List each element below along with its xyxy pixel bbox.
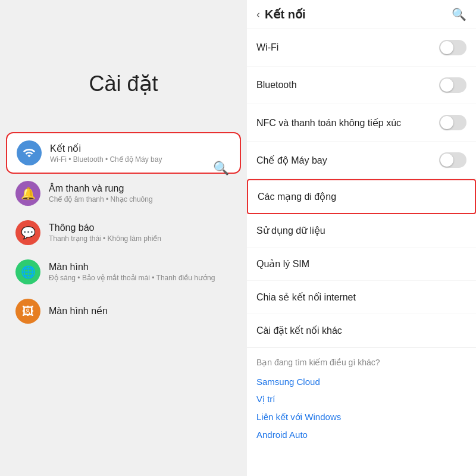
settings-item-ket-noi[interactable]: Kết nối Wi-Fi • Bluetooth • Chế độ Máy b…: [6, 132, 241, 174]
may-bay-label: Chế độ Máy bay: [256, 155, 327, 166]
wifi-toggle[interactable]: [439, 40, 466, 55]
settings-item-thong-bao[interactable]: 💬 Thông báo Thanh trạng thái • Không làm…: [6, 213, 241, 252]
man-hinh-subtitle: Độ sáng • Bảo vệ mắt thoải mái • Thanh đ…: [49, 274, 215, 282]
man-hinh-text: Màn hình Độ sáng • Bảo vệ mắt thoải mái …: [49, 262, 215, 282]
menu-item-mang-di-dong[interactable]: Các mạng di động: [247, 179, 476, 214]
man-hinh-nen-text: Màn hình nền: [49, 305, 108, 318]
suggestion-samsung-cloud[interactable]: Samsung Cloud: [256, 373, 466, 390]
man-hinh-title: Màn hình: [49, 262, 215, 273]
mang-di-dong-label: Các mạng di động: [258, 191, 336, 202]
header-left: ‹ Kết nối: [256, 7, 305, 21]
thong-bao-subtitle: Thanh trạng thái • Không làm phiền: [49, 234, 161, 243]
search-icon-left[interactable]: 🔍: [213, 161, 229, 176]
suggestion-lien-ket-windows[interactable]: Liên kết với Windows: [256, 408, 466, 426]
am-thanh-title: Âm thanh và rung: [49, 183, 153, 194]
may-bay-toggle[interactable]: [439, 152, 466, 168]
settings-item-man-hinh[interactable]: 🌐 Màn hình Độ sáng • Bảo vệ mắt thoải má…: [6, 252, 241, 292]
settings-item-man-hinh-nen[interactable]: 🖼 Màn hình nền: [6, 292, 241, 331]
menu-item-cai-dat-ket-noi[interactable]: Cài đặt kết nối khác: [247, 314, 476, 347]
thong-bao-title: Thông báo: [49, 223, 161, 233]
settings-list: Kết nối Wi-Fi • Bluetooth • Chế độ Máy b…: [0, 132, 247, 331]
nfc-toggle[interactable]: [439, 115, 466, 130]
quan-ly-sim-label: Quản lý SIM: [256, 258, 309, 270]
right-header: ‹ Kết nối 🔍: [247, 0, 476, 29]
suggestion-vi-tri[interactable]: Vị trí: [256, 390, 466, 408]
am-thanh-subtitle: Chế độ âm thanh • Nhạc chuông: [49, 195, 153, 203]
back-arrow-icon[interactable]: ‹: [256, 8, 260, 21]
search-icon-right[interactable]: 🔍: [452, 7, 466, 21]
menu-item-su-dung-du-lieu[interactable]: Sử dụng dữ liệu: [247, 214, 476, 248]
menu-item-bluetooth[interactable]: Bluetooth: [247, 67, 476, 104]
su-dung-du-lieu-label: Sử dụng dữ liệu: [256, 225, 325, 236]
man-hinh-icon: 🌐: [15, 259, 40, 284]
ket-noi-subtitle: Wi-Fi • Bluetooth • Chế độ Máy bay: [50, 155, 162, 164]
am-thanh-text: Âm thanh và rung Chế độ âm thanh • Nhạc …: [49, 183, 153, 203]
menu-item-quan-ly-sim[interactable]: Quản lý SIM: [247, 248, 476, 281]
menu-item-wifi[interactable]: Wi-Fi: [247, 29, 476, 67]
ket-noi-text: Kết nối Wi-Fi • Bluetooth • Chế độ Máy b…: [50, 143, 162, 164]
thong-bao-icon: 💬: [15, 220, 40, 245]
menu-item-may-bay[interactable]: Chế độ Máy bay: [247, 142, 476, 179]
left-panel: Cài đặt 🔍 Kết nối Wi-Fi • Bluetooth • Ch…: [0, 0, 247, 476]
ket-noi-icon: [17, 140, 42, 165]
ket-noi-title: Kết nối: [50, 143, 162, 154]
right-panel: ‹ Kết nối 🔍 Wi-Fi Bluetooth NFC và thanh…: [247, 0, 476, 476]
chia-se-label: Chia sẻ kết nối internet: [256, 292, 356, 303]
right-header-title: Kết nối: [265, 7, 305, 21]
bluetooth-label: Bluetooth: [256, 80, 297, 90]
am-thanh-icon: 🔔: [15, 181, 40, 206]
settings-title: Cài đặt: [89, 71, 158, 96]
cai-dat-ket-noi-label: Cài đặt kết nối khác: [256, 325, 342, 336]
suggestions-title: Bạn đang tìm kiếm điều gì khác?: [256, 358, 466, 367]
man-hinh-nen-title: Màn hình nền: [49, 305, 108, 317]
menu-item-nfc[interactable]: NFC và thanh toán không tiếp xúc: [247, 104, 476, 142]
suggestions-section: Bạn đang tìm kiếm điều gì khác? Samsung …: [247, 348, 476, 453]
man-hinh-nen-icon: 🖼: [15, 299, 40, 324]
suggestion-android-auto[interactable]: Android Auto: [256, 426, 466, 443]
bluetooth-toggle[interactable]: [439, 77, 466, 93]
menu-item-chia-se[interactable]: Chia sẻ kết nối internet: [247, 281, 476, 314]
thong-bao-text: Thông báo Thanh trạng thái • Không làm p…: [49, 223, 161, 243]
wifi-label: Wi-Fi: [256, 42, 278, 53]
settings-item-am-thanh[interactable]: 🔔 Âm thanh và rung Chế độ âm thanh • Nhạ…: [6, 174, 241, 213]
nfc-label: NFC và thanh toán không tiếp xúc: [256, 117, 401, 129]
